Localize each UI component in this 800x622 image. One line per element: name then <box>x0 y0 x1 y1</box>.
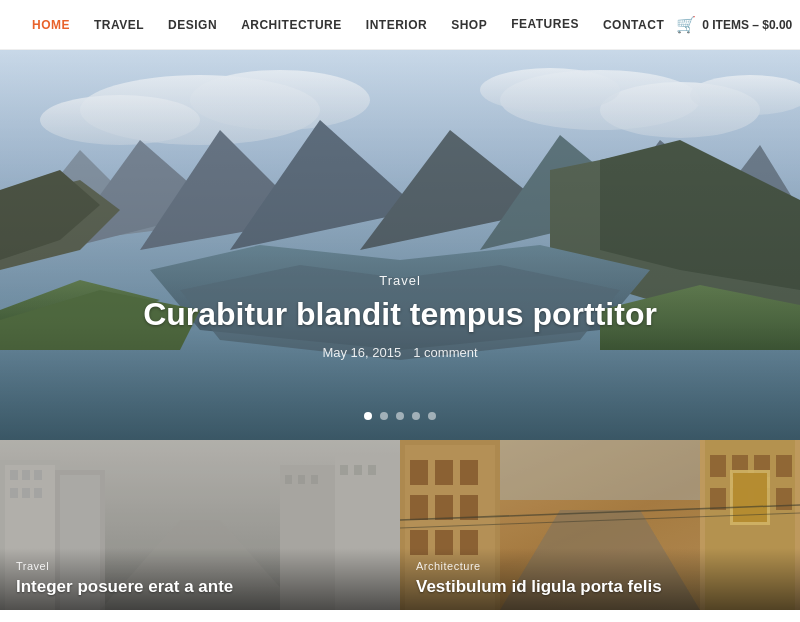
cart-label: 0 ITEMS – $0.00 <box>702 18 792 32</box>
hero-dot-3[interactable] <box>396 412 404 420</box>
hero-dot-2[interactable] <box>380 412 388 420</box>
hero-landscape-svg <box>0 50 800 440</box>
hero-category: Travel <box>0 273 800 288</box>
nav-item-home[interactable]: HOME <box>20 0 82 50</box>
nav-item-shop[interactable]: SHOP <box>439 0 499 50</box>
nav-link-travel[interactable]: TRAVEL <box>82 0 156 50</box>
card-2[interactable]: Architecture Vestibulum id ligula porta … <box>400 440 800 610</box>
cards-section: Travel Integer posuere erat a ante <box>0 440 800 610</box>
hero-dots <box>0 412 800 420</box>
hero-meta: May 16, 2015 1 comment <box>0 345 800 360</box>
card-1[interactable]: Travel Integer posuere erat a ante <box>0 440 400 610</box>
card-1-overlay: Travel Integer posuere erat a ante <box>0 548 400 610</box>
nav-item-travel[interactable]: TRAVEL <box>82 0 156 50</box>
hero-content: Travel Curabitur blandit tempus porttito… <box>0 273 800 360</box>
card-2-title: Vestibulum id ligula porta felis <box>416 576 784 598</box>
nav-item-architecture[interactable]: ARCHITECTURE <box>229 0 354 50</box>
main-nav: HOME TRAVEL DESIGN ARCHITECTURE INTERIOR… <box>0 0 800 50</box>
hero-dot-5[interactable] <box>428 412 436 420</box>
nav-link-contact[interactable]: CONTACT <box>591 0 676 50</box>
card-2-overlay: Architecture Vestibulum id ligula porta … <box>400 548 800 610</box>
card-2-category: Architecture <box>416 560 784 572</box>
cart-button[interactable]: 🛒 0 ITEMS – $0.00 <box>676 15 792 34</box>
svg-rect-25 <box>0 50 800 440</box>
nav-item-contact[interactable]: CONTACT <box>591 0 676 50</box>
card-1-title: Integer posuere erat a ante <box>16 576 384 598</box>
hero-date: May 16, 2015 <box>322 345 401 360</box>
hero-dot-1[interactable] <box>364 412 372 420</box>
card-1-category: Travel <box>16 560 384 572</box>
hero-section: Travel Curabitur blandit tempus porttito… <box>0 50 800 440</box>
nav-item-design[interactable]: DESIGN <box>156 0 229 50</box>
nav-item-interior[interactable]: INTERIOR <box>354 0 439 50</box>
hero-comments: 1 comment <box>413 345 477 360</box>
nav-link-interior[interactable]: INTERIOR <box>354 0 439 50</box>
nav-link-shop[interactable]: SHOP <box>439 0 499 50</box>
nav-link-home[interactable]: HOME <box>20 0 82 50</box>
nav-link-design[interactable]: DESIGN <box>156 0 229 50</box>
cart-icon: 🛒 <box>676 15 696 34</box>
hero-dot-4[interactable] <box>412 412 420 420</box>
hero-title: Curabitur blandit tempus porttitor <box>0 296 800 333</box>
nav-link-architecture[interactable]: ARCHITECTURE <box>229 0 354 50</box>
